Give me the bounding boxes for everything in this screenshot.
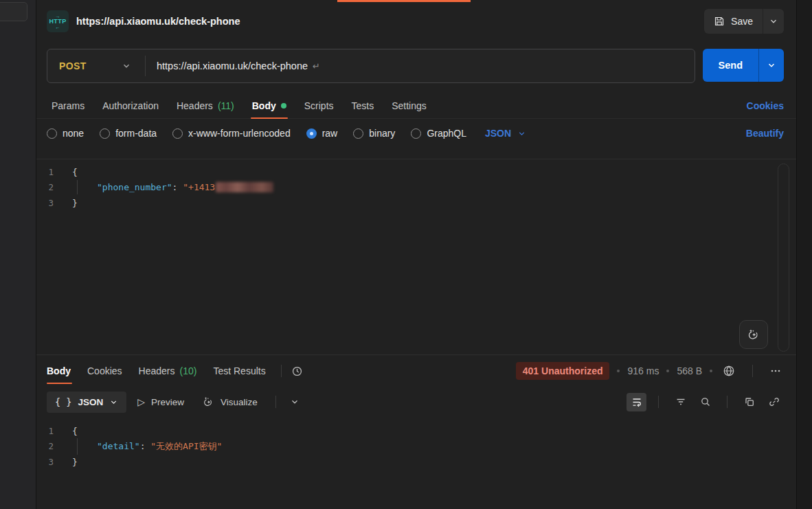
code-line: 2 "detail": "无效的API密钥" [36, 439, 796, 455]
line-number: 1 [36, 426, 72, 436]
tab-authorization[interactable]: Authorization [93, 93, 168, 118]
tab-settings[interactable]: Settings [383, 93, 436, 118]
tab-label: Body [252, 100, 276, 111]
radio-icon[interactable] [172, 128, 183, 139]
save-options-chevron[interactable] [763, 9, 784, 34]
response-time[interactable]: 916 ms [627, 365, 659, 376]
headers-count: (10) [180, 365, 197, 376]
tab-label: Cookies [87, 365, 122, 376]
request-body-editor[interactable]: 1 { 2 "phone_number": "+1413 3 } [36, 159, 796, 354]
tab-tests[interactable]: Tests [343, 93, 383, 118]
response-header: Body Cookies Headers(10) Test Results 40… [36, 355, 796, 387]
tab-label: Headers [139, 365, 175, 376]
json-separator: : [140, 441, 151, 451]
save-floppy-icon [714, 16, 725, 27]
tab-body[interactable]: Body [243, 93, 295, 118]
mode-label: raw [322, 128, 338, 139]
send-button[interactable]: Send [703, 49, 758, 82]
format-label: JSON [78, 397, 103, 407]
tab-label: Test Results [213, 365, 265, 376]
mode-graphql[interactable]: GraphQL [411, 128, 466, 139]
response-format-dropdown[interactable]: { } JSON [47, 392, 126, 413]
radio-icon[interactable] [47, 128, 57, 139]
save-split-button: Save [704, 9, 784, 34]
play-icon: ▷ [137, 396, 145, 407]
code-line: 1 { [36, 164, 796, 180]
raw-type-dropdown[interactable]: JSON [485, 128, 526, 139]
dot-separator [617, 370, 620, 372]
response-body-editor[interactable]: 1 { 2 "detail": "无效的API密钥" 3 } [36, 417, 796, 509]
preview-label: Preview [151, 397, 184, 407]
response-tab-headers[interactable]: Headers(10) [131, 355, 205, 387]
tab-params[interactable]: Params [47, 93, 93, 118]
mode-none[interactable]: none [47, 128, 84, 139]
line-number: 3 [36, 198, 72, 208]
mode-x-www-form-urlencoded[interactable]: x-www-form-urlencoded [172, 128, 291, 139]
right-edge-panel: ‹ [796, 0, 812, 509]
network-globe-icon[interactable] [720, 362, 738, 380]
copy-icon[interactable] [739, 393, 759, 411]
active-tab-indicator [337, 0, 471, 2]
send-split-button: Send [703, 49, 784, 82]
mode-form-data[interactable]: form-data [100, 128, 157, 139]
method-selector[interactable]: POST [47, 60, 145, 71]
request-workspace: → HTTP ← https://api.xiaomu.uk/check-pho… [36, 0, 796, 509]
arrow-left-icon: ← [56, 25, 60, 30]
tab-scripts[interactable]: Scripts [295, 93, 343, 118]
code-token: } [72, 198, 78, 208]
request-title: https://api.xiaomu.uk/check-phone [76, 16, 704, 27]
code-line: 3 } [36, 454, 796, 470]
line-number: 1 [36, 167, 72, 177]
visualize-button[interactable]: Visualize [195, 392, 264, 413]
response-tab-test-results[interactable]: Test Results [205, 355, 273, 387]
line-number: 3 [36, 457, 72, 467]
json-separator: : [172, 182, 183, 192]
url-input[interactable]: https://api.xiaomu.uk/check-phone↵ [146, 60, 320, 71]
code-line: 1 { [36, 423, 796, 439]
postbot-button[interactable] [739, 320, 768, 349]
editor-scrollbar[interactable] [778, 163, 789, 352]
dot-separator [666, 370, 669, 372]
tab-label: Tests [352, 100, 374, 111]
sidebar-collapsed-item[interactable] [0, 2, 27, 21]
mode-raw[interactable]: raw [306, 128, 338, 139]
more-views-chevron[interactable] [287, 394, 302, 409]
filter-icon[interactable] [670, 393, 690, 411]
enter-key-hint: ↵ [313, 61, 320, 71]
method-label: POST [59, 60, 87, 71]
tab-label: Headers [177, 100, 213, 111]
response-tab-cookies[interactable]: Cookies [79, 355, 131, 387]
mode-binary[interactable]: binary [353, 128, 395, 139]
json-key: "detail" [97, 441, 140, 451]
radio-icon[interactable] [411, 128, 421, 139]
link-icon[interactable] [764, 393, 784, 411]
visualize-label: Visualize [221, 397, 258, 407]
more-options-icon[interactable] [767, 363, 784, 379]
wrap-text-icon[interactable] [627, 393, 646, 411]
response-history-icon[interactable] [289, 363, 306, 380]
beautify-link[interactable]: Beautify [746, 128, 784, 139]
radio-selected-icon[interactable] [306, 128, 317, 139]
radio-icon[interactable] [100, 128, 110, 139]
tab-headers[interactable]: Headers(11) [168, 93, 243, 118]
status-badge[interactable]: 401 Unauthorized [516, 362, 610, 380]
search-icon[interactable] [695, 393, 715, 411]
headers-count: (11) [218, 100, 234, 111]
app-window: → HTTP ← https://api.xiaomu.uk/check-pho… [0, 0, 812, 509]
preview-button[interactable]: ▷ Preview [131, 392, 191, 413]
save-button[interactable]: Save [704, 9, 763, 34]
chevron-down-icon [517, 129, 526, 138]
code-line: 3 } [36, 195, 796, 211]
radio-icon[interactable] [353, 128, 363, 139]
indent-guide [77, 438, 78, 455]
response-tab-body[interactable]: Body [47, 355, 79, 387]
json-value: "无效的API密钥" [150, 441, 222, 451]
cookies-link[interactable]: Cookies [747, 100, 784, 111]
request-title-bar: → HTTP ← https://api.xiaomu.uk/check-pho… [36, 0, 796, 43]
url-value: https://api.xiaomu.uk/check-phone [157, 60, 308, 71]
send-options-chevron[interactable] [758, 49, 784, 82]
dot-separator [710, 370, 712, 372]
code-token: } [72, 457, 78, 467]
response-size[interactable]: 568 B [677, 365, 702, 376]
tab-label: Scripts [304, 100, 334, 111]
